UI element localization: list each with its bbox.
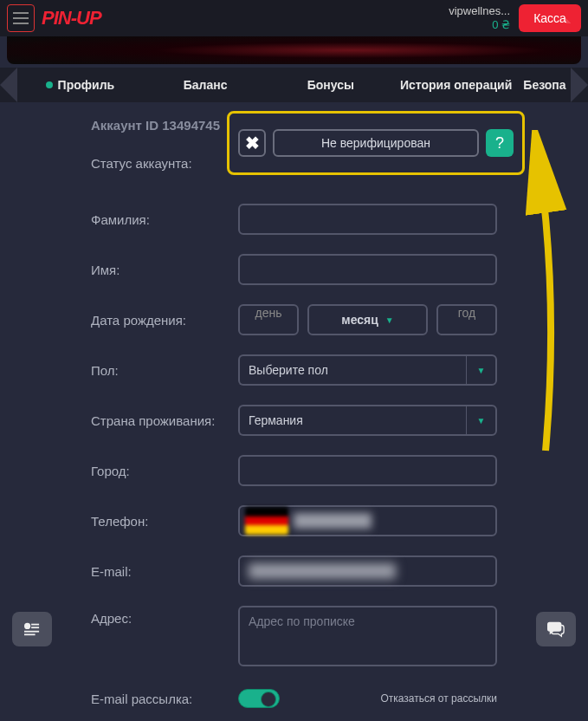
svg-rect-2 — [31, 624, 39, 626]
surname-input[interactable] — [238, 204, 497, 235]
tabs-scroll-left[interactable] — [0, 68, 17, 102]
country-label: Страна проживания: — [91, 413, 238, 428]
header-right: vipwellnes... 0 ₴ Касса — [449, 4, 581, 32]
firstname-input[interactable] — [238, 254, 497, 285]
phone-label: Телефон: — [91, 514, 238, 529]
feedback-icon — [23, 621, 42, 637]
status-value: Не верифицирован — [273, 129, 479, 157]
tab-label: Бонусы — [307, 78, 354, 92]
firstname-label: Имя: — [91, 263, 238, 277]
status-label: Статус аккаунта: — [91, 156, 238, 171]
highlight-arrow-icon — [524, 130, 567, 459]
chat-icon — [546, 620, 565, 638]
svg-rect-3 — [31, 627, 39, 628]
dob-label: Дата рождения: — [91, 313, 238, 328]
tab-balance[interactable]: Баланс — [143, 78, 268, 92]
email-redacted — [249, 563, 396, 579]
email-subscribe-toggle[interactable] — [238, 689, 280, 708]
gender-select[interactable]: Выберите пол — [238, 354, 466, 386]
dob-month-select[interactable]: месяц ▼ — [307, 304, 428, 335]
chevron-down-icon: ▼ — [385, 315, 394, 325]
email-label: E-mail: — [91, 564, 238, 579]
status-help-button[interactable]: ? — [486, 129, 514, 157]
tab-label: Баланс — [184, 78, 228, 92]
phone-input[interactable] — [238, 505, 497, 536]
flag-de-icon — [245, 507, 288, 535]
address-textarea[interactable] — [238, 606, 497, 666]
email-input[interactable] — [238, 555, 497, 587]
status-highlight-box: ✖ Не верифицирован ? — [227, 111, 525, 175]
kassa-button[interactable]: Касса — [519, 4, 581, 32]
promo-banner — [7, 36, 581, 64]
tab-security[interactable]: Безопа — [519, 78, 571, 92]
svg-rect-4 — [24, 631, 39, 633]
support-feedback-button[interactable] — [12, 612, 52, 646]
menu-hamburger-button[interactable] — [7, 4, 35, 32]
brand-logo: PIN-UP — [42, 7, 101, 29]
maillist-label: E-mail рассылка: — [91, 692, 238, 706]
surname-label: Фамилия: — [91, 212, 238, 227]
tab-history[interactable]: История операций — [393, 78, 519, 92]
active-dot-icon — [46, 81, 53, 88]
dob-day-select[interactable]: день — [238, 304, 299, 335]
tab-bonuses[interactable]: Бонусы — [268, 78, 394, 92]
chat-button[interactable] — [536, 612, 576, 646]
not-verified-x-icon: ✖ — [238, 129, 266, 157]
city-label: Город: — [91, 464, 238, 478]
city-input[interactable] — [238, 455, 497, 486]
tab-label: История операций — [400, 78, 512, 92]
country-caret[interactable]: ▼ — [466, 405, 497, 436]
phone-redacted — [294, 513, 372, 529]
country-select[interactable]: Германия — [238, 405, 466, 436]
user-name: vipwellnes... — [449, 4, 510, 18]
svg-point-1 — [24, 623, 30, 629]
user-balance-block[interactable]: vipwellnes... 0 ₴ — [449, 4, 510, 31]
svg-rect-5 — [24, 633, 36, 635]
tab-profile[interactable]: Профиль — [17, 78, 143, 92]
tab-label: Безопа — [523, 78, 565, 92]
dob-year-select[interactable]: год — [436, 304, 497, 335]
tabs-scroll-right[interactable] — [571, 68, 588, 102]
user-balance: 0 ₴ — [449, 18, 510, 32]
gender-caret[interactable]: ▼ — [466, 354, 497, 386]
address-label: Адрес: — [91, 606, 238, 626]
dob-month-label: месяц — [341, 313, 378, 327]
gender-label: Пол: — [91, 363, 238, 378]
app-header: PIN-UP vipwellnes... 0 ₴ Касса — [0, 0, 588, 36]
tab-label: Профиль — [58, 78, 115, 92]
unsubscribe-link[interactable]: Отказаться от рассылки — [380, 692, 497, 705]
profile-form: Аккаунт ID 13494745 Статус аккаунта: Фам… — [0, 102, 588, 721]
nav-tabs: Профиль Баланс Бонусы История операций Б… — [0, 68, 588, 102]
